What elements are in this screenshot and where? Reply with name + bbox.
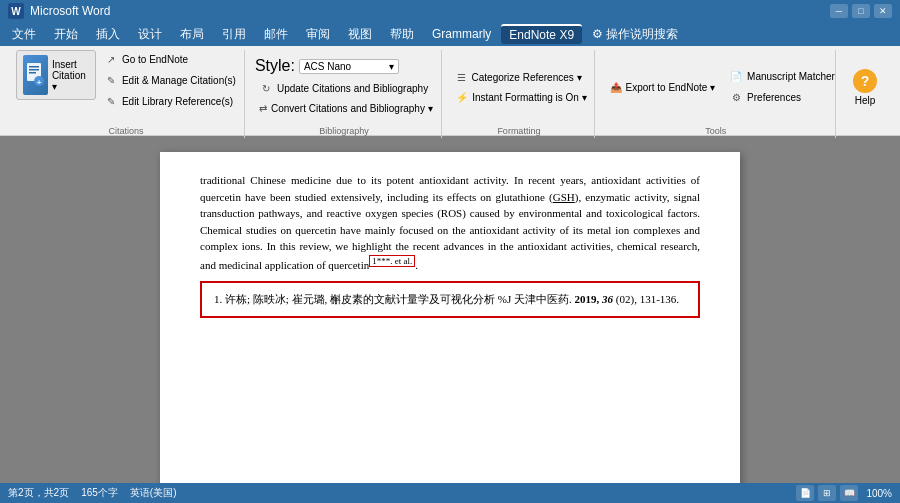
page-info: 第2页，共2页 xyxy=(8,486,69,500)
export-icon: 📤 xyxy=(609,80,623,94)
zoom-level: 100% xyxy=(866,488,892,499)
edit-library-button[interactable]: ✎ Edit Library Reference(s) xyxy=(100,92,240,110)
edit-manage-button[interactable]: ✎ Edit & Manage Citation(s) xyxy=(100,71,240,89)
citations-group-content: + Insert Citation ▾ ↗ Go to EndNote xyxy=(16,50,236,138)
menu-help[interactable]: 帮助 xyxy=(382,24,422,44)
svg-text:+: + xyxy=(37,78,42,87)
preferences-button[interactable]: ⚙ Preferences xyxy=(725,89,839,107)
menu-bar: 文件 开始 插入 设计 布局 引用 邮件 审阅 视图 帮助 Grammarly … xyxy=(0,22,900,46)
menu-search[interactable]: ⚙ 操作说明搜索 xyxy=(584,24,686,44)
manuscript-label: Manuscript Matcher xyxy=(747,71,835,82)
instant-formatting-button[interactable]: ⚡ Instant Formatting is On ▾ xyxy=(452,88,585,106)
formatting-group-label: Formatting xyxy=(444,126,593,136)
language-info: 英语(美国) xyxy=(130,486,177,500)
document-page: traditional Chinese medicine due to its … xyxy=(160,152,740,483)
minimize-button[interactable]: ─ xyxy=(830,4,848,18)
menu-file[interactable]: 文件 xyxy=(4,24,44,44)
tools-group: 📤 Export to EndNote ▾ 📄 Manuscript Match… xyxy=(597,50,836,138)
svg-rect-3 xyxy=(29,72,36,74)
go-to-endnote-button[interactable]: ↗ Go to EndNote xyxy=(100,50,240,68)
edit-manage-label: Edit & Manage Citation(s) xyxy=(122,75,236,86)
style-dropdown[interactable]: ACS Nano ▾ xyxy=(299,59,399,74)
insert-label: Insert xyxy=(52,59,77,70)
view-icon-1[interactable]: 📄 xyxy=(796,485,814,501)
maximize-button[interactable]: □ xyxy=(852,4,870,18)
citations-group: + Insert Citation ▾ ↗ Go to EndNote xyxy=(8,50,245,138)
menu-references[interactable]: 引用 xyxy=(214,24,254,44)
citation-marker: 1***. et al. xyxy=(369,255,415,267)
manuscript-matcher-button[interactable]: 📄 Manuscript Matcher xyxy=(725,68,839,86)
status-icons: 📄 ⊞ 📖 xyxy=(796,485,858,501)
export-label: Export to EndNote ▾ xyxy=(626,82,716,93)
reference-text: 许栋; 陈昳冰; 崔元璐, 槲皮素的文献计量学及可视化分析 %J 天津中医药. … xyxy=(225,293,679,305)
library-icon: ✎ xyxy=(104,94,118,108)
document-area: traditional Chinese medicine due to its … xyxy=(0,136,900,483)
citations-group-label: Citations xyxy=(8,126,244,136)
formatting-group: ☰ Categorize References ▾ ⚡ Instant Form… xyxy=(444,50,594,138)
style-value: ACS Nano xyxy=(304,61,351,72)
view-icon-2[interactable]: ⊞ xyxy=(818,485,836,501)
title-bar-left: W Microsoft Word xyxy=(8,3,110,19)
manuscript-icon: 📄 xyxy=(729,70,743,84)
view-icon-3[interactable]: 📖 xyxy=(840,485,858,501)
tools-content: 📤 Export to EndNote ▾ 📄 Manuscript Match… xyxy=(605,50,839,138)
menu-view[interactable]: 视图 xyxy=(340,24,380,44)
export-button[interactable]: 📤 Export to EndNote ▾ xyxy=(605,78,720,96)
bibliography-group-label: Bibliography xyxy=(247,126,441,136)
menu-endnote[interactable]: EndNote X9 xyxy=(501,24,582,44)
go-to-endnote-label: Go to EndNote xyxy=(122,54,188,65)
citation-label: Citation ▾ xyxy=(52,70,89,92)
help-group: ? Help xyxy=(838,50,892,138)
instant-label: Instant Formatting is On ▾ xyxy=(472,92,587,103)
insert-citation-icon: + xyxy=(23,55,48,95)
help-button[interactable]: ? Help xyxy=(846,67,884,108)
edit-icon: ✎ xyxy=(104,73,118,87)
menu-design[interactable]: 设计 xyxy=(130,24,170,44)
title-bar: W Microsoft Word ─ □ ✕ xyxy=(0,0,900,22)
edit-library-label: Edit Library Reference(s) xyxy=(122,96,233,107)
bibliography-group: Style: ACS Nano ▾ ↻ Update Citations and… xyxy=(247,50,442,138)
tools-group-label: Tools xyxy=(597,126,835,136)
style-label: Style: xyxy=(255,57,295,75)
gsh-underline: GSH xyxy=(553,191,575,203)
convert-label: Convert Citations and Bibliography ▾ xyxy=(271,103,433,114)
status-left: 第2页，共2页 165个字 英语(美国) xyxy=(8,486,176,500)
reference-number: 1. xyxy=(214,293,222,305)
status-right: 📄 ⊞ 📖 100% xyxy=(796,485,892,501)
instant-icon: ⚡ xyxy=(456,90,468,104)
svg-rect-2 xyxy=(29,69,39,71)
categorize-label: Categorize References ▾ xyxy=(472,72,582,83)
style-selector: Style: ACS Nano ▾ xyxy=(255,57,433,75)
bib-group-content: Style: ACS Nano ▾ ↻ Update Citations and… xyxy=(255,50,433,138)
title-bar-controls[interactable]: ─ □ ✕ xyxy=(830,4,892,18)
help-label: Help xyxy=(855,95,876,106)
format-group-content: ☰ Categorize References ▾ ⚡ Instant Form… xyxy=(452,50,585,138)
categorize-references-button[interactable]: ☰ Categorize References ▾ xyxy=(452,68,585,86)
convert-icon: ⇄ xyxy=(259,101,267,115)
convert-citations-button[interactable]: ⇄ Convert Citations and Bibliography ▾ xyxy=(255,99,433,117)
word-count: 165个字 xyxy=(81,486,118,500)
menu-start[interactable]: 开始 xyxy=(46,24,86,44)
reference-box: 1. 许栋; 陈昳冰; 崔元璐, 槲皮素的文献计量学及可视化分析 %J 天津中医… xyxy=(200,281,700,319)
menu-layout[interactable]: 布局 xyxy=(172,24,212,44)
ribbon: + Insert Citation ▾ ↗ Go to EndNote xyxy=(0,46,900,136)
menu-mail[interactable]: 邮件 xyxy=(256,24,296,44)
svg-rect-1 xyxy=(29,66,39,68)
menu-review[interactable]: 审阅 xyxy=(298,24,338,44)
update-icon: ↻ xyxy=(259,81,273,95)
dropdown-arrow: ▾ xyxy=(389,61,394,72)
document-paragraph: traditional Chinese medicine due to its … xyxy=(200,172,700,273)
menu-grammarly[interactable]: Grammarly xyxy=(424,24,499,44)
help-group-content: ? Help xyxy=(846,50,884,138)
word-icon: W xyxy=(8,3,24,19)
status-bar: 第2页，共2页 165个字 英语(美国) 📄 ⊞ 📖 100% xyxy=(0,483,900,503)
goto-icon: ↗ xyxy=(104,52,118,66)
help-icon: ? xyxy=(853,69,877,93)
close-button[interactable]: ✕ xyxy=(874,4,892,18)
title-text: Microsoft Word xyxy=(30,4,110,18)
menu-insert[interactable]: 插入 xyxy=(88,24,128,44)
update-bibliography-button[interactable]: ↻ Update Citations and Bibliography xyxy=(255,79,433,97)
insert-citation-button[interactable]: + Insert Citation ▾ xyxy=(16,50,96,100)
preferences-label: Preferences xyxy=(747,92,801,103)
ribbon-content: + Insert Citation ▾ ↗ Go to EndNote xyxy=(0,46,900,142)
